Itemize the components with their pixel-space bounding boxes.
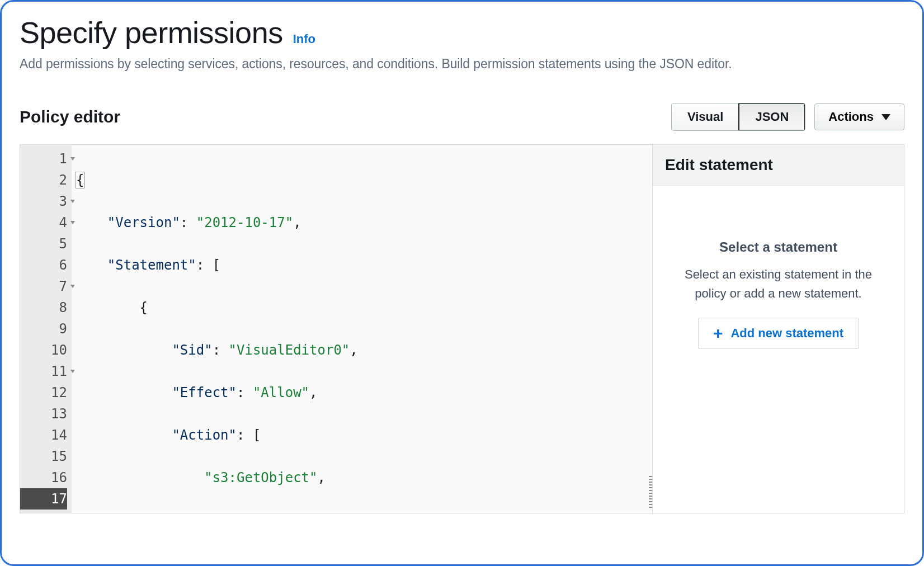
actions-dropdown-button[interactable]: Actions — [814, 103, 904, 130]
line-number: 6 — [20, 254, 67, 276]
line-number: 14 — [20, 424, 67, 446]
statement-panel-header: Edit statement — [653, 145, 904, 186]
actions-label: Actions — [828, 110, 874, 124]
line-number: 4 — [20, 212, 67, 233]
caret-down-icon — [881, 114, 890, 120]
line-number: 3 — [20, 191, 67, 212]
editor-toolbar: Visual JSON Actions — [671, 103, 904, 131]
resize-handle[interactable] — [649, 476, 652, 508]
info-link[interactable]: Info — [293, 32, 315, 46]
line-number: 9 — [20, 318, 67, 339]
line-number: 7 — [20, 276, 67, 297]
fold-toggle-icon[interactable] — [70, 370, 75, 373]
fold-toggle-icon[interactable] — [70, 221, 75, 224]
view-visual-button[interactable]: Visual — [672, 103, 739, 130]
line-number: 13 — [20, 403, 67, 424]
line-number: 5 — [20, 233, 67, 254]
fold-toggle-icon[interactable] — [70, 200, 75, 203]
line-number: 8 — [20, 297, 67, 318]
view-json-button[interactable]: JSON — [738, 103, 805, 131]
empty-state-title: Select a statement — [668, 239, 888, 255]
add-statement-label: Add new statement — [730, 326, 843, 341]
line-number: 16 — [20, 467, 67, 488]
editor-workspace: 1234567891011121314151617 { "Version": "… — [20, 144, 904, 513]
page-subtitle: Add permissions by selecting services, a… — [20, 56, 904, 72]
line-number: 10 — [20, 339, 67, 361]
editor-title: Policy editor — [20, 107, 120, 126]
view-toggle: Visual JSON — [671, 103, 805, 131]
line-number: 1 — [20, 148, 67, 169]
line-number: 11 — [20, 361, 67, 382]
line-number: 12 — [20, 382, 67, 403]
statement-panel: Edit statement Select a statement Select… — [652, 145, 904, 513]
fold-toggle-icon[interactable] — [70, 157, 75, 161]
page-title: Specify permissions — [20, 15, 283, 50]
fold-toggle-icon[interactable] — [70, 285, 75, 288]
line-gutter: 1234567891011121314151617 — [20, 145, 72, 513]
code-editor[interactable]: 1234567891011121314151617 { "Version": "… — [20, 145, 652, 513]
line-number: 2 — [20, 169, 67, 191]
empty-state-body: Select an existing statement in the poli… — [668, 265, 888, 303]
line-number: 17 — [20, 488, 67, 510]
code-body[interactable]: { "Version": "2012-10-17", "Statement": … — [72, 145, 652, 513]
line-number: 15 — [20, 446, 67, 467]
plus-icon: + — [713, 325, 723, 342]
add-statement-button[interactable]: + Add new statement — [698, 318, 859, 349]
